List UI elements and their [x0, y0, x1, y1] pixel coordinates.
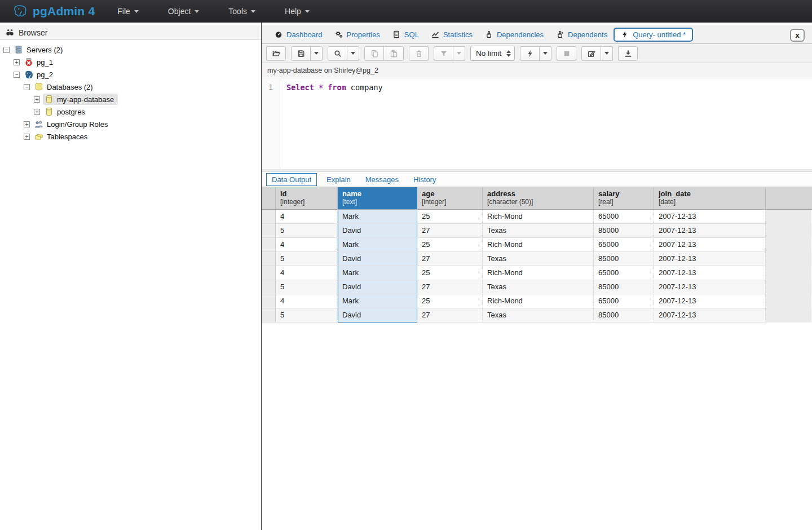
- cell-address[interactable]: Texas: [483, 252, 594, 266]
- cell-join_date[interactable]: 2007-12-13: [654, 224, 766, 238]
- cell-salary[interactable]: 85000: [594, 280, 654, 294]
- paste-button[interactable]: [384, 46, 404, 61]
- cell-address[interactable]: Texas: [483, 224, 594, 238]
- cell-address[interactable]: Rich-Mond: [483, 294, 594, 308]
- execute-button[interactable]: [520, 46, 540, 61]
- tree-item-my-app-database[interactable]: +my-app-database: [0, 93, 261, 105]
- cell-address[interactable]: Texas: [483, 280, 594, 294]
- expander-minus-icon[interactable]: −: [14, 72, 20, 78]
- cell-salary[interactable]: 85000: [594, 252, 654, 266]
- cell-salary[interactable]: 65000: [594, 238, 654, 252]
- tree-item-pg-1[interactable]: +pg_1: [0, 56, 261, 68]
- row-selector-cell[interactable]: [262, 238, 276, 252]
- cell-id[interactable]: 5: [276, 308, 338, 323]
- cell-salary[interactable]: 85000: [594, 308, 654, 323]
- tree-item-pg-2[interactable]: −pg_2: [0, 68, 261, 81]
- cell-name[interactable]: David: [338, 252, 417, 266]
- row-selector-cell[interactable]: [262, 252, 276, 266]
- tree-item-databases-2-[interactable]: −Databases (2): [0, 81, 261, 93]
- cell-id[interactable]: 4: [276, 294, 338, 308]
- cell-name[interactable]: Mark: [338, 294, 417, 308]
- download-button[interactable]: [618, 46, 638, 61]
- expander-plus-icon[interactable]: +: [24, 121, 30, 127]
- cell-age[interactable]: 25: [417, 210, 483, 224]
- cell-age[interactable]: 25: [417, 238, 483, 252]
- find-options-button[interactable]: [347, 46, 359, 61]
- cell-salary[interactable]: 65000: [594, 210, 654, 224]
- filter-button[interactable]: [434, 46, 453, 61]
- tree-node-content[interactable]: Databases (2): [33, 81, 97, 92]
- column-header-salary[interactable]: salary[real]: [594, 187, 654, 209]
- cell-address[interactable]: Rich-Mond: [483, 210, 594, 224]
- tab-dependents[interactable]: Dependents: [550, 28, 614, 41]
- sql-editor[interactable]: 1 Select * from company: [262, 78, 812, 170]
- menu-file[interactable]: File: [109, 0, 147, 23]
- output-tab-messages[interactable]: Messages: [358, 174, 406, 186]
- row-selector-cell[interactable]: [262, 294, 276, 308]
- cell-id[interactable]: 5: [276, 252, 338, 266]
- save-options-button[interactable]: [311, 46, 323, 61]
- cell-age[interactable]: 27: [417, 308, 483, 323]
- cell-address[interactable]: Texas: [483, 308, 594, 323]
- cell-join_date[interactable]: 2007-12-13: [654, 266, 766, 280]
- cell-age[interactable]: 25: [417, 294, 483, 308]
- row-selector-cell[interactable]: [262, 280, 276, 294]
- execute-options-button[interactable]: [540, 46, 551, 61]
- cell-join_date[interactable]: 2007-12-13: [654, 280, 766, 294]
- tree-node-content[interactable]: Servers (2): [12, 44, 67, 55]
- column-header-name[interactable]: name[text]: [338, 187, 417, 209]
- cell-salary[interactable]: 85000: [594, 224, 654, 238]
- row-selector-cell[interactable]: [262, 308, 276, 323]
- open-file-button[interactable]: [266, 46, 286, 61]
- cell-id[interactable]: 4: [276, 238, 338, 252]
- grid-corner-cell[interactable]: [262, 187, 276, 209]
- tree-node-content[interactable]: pg_2: [23, 69, 57, 80]
- cell-name[interactable]: Mark: [338, 238, 417, 252]
- cell-age[interactable]: 25: [417, 266, 483, 280]
- cell-name[interactable]: Mark: [338, 210, 417, 224]
- copy-button[interactable]: [364, 46, 384, 61]
- edit-button[interactable]: [581, 46, 601, 61]
- cell-salary[interactable]: 65000: [594, 294, 654, 308]
- tree-node-content[interactable]: pg_1: [23, 56, 57, 68]
- cell-name[interactable]: David: [338, 224, 417, 238]
- filter-options-button[interactable]: [453, 46, 465, 61]
- expander-minus-icon[interactable]: −: [24, 84, 30, 90]
- cell-join_date[interactable]: 2007-12-13: [654, 210, 766, 224]
- output-tab-explain[interactable]: Explain: [319, 174, 358, 186]
- tree-item-tablespaces[interactable]: +Tablespaces: [0, 130, 261, 143]
- save-button[interactable]: [291, 46, 311, 61]
- tree-item-servers-2-[interactable]: −Servers (2): [0, 43, 261, 56]
- tree-node-content[interactable]: Tablespaces: [33, 131, 91, 142]
- close-panel-button[interactable]: x: [790, 29, 805, 42]
- tree-item-postgres[interactable]: +postgres: [0, 105, 261, 118]
- menu-object[interactable]: Object: [160, 0, 207, 23]
- output-tab-data-output[interactable]: Data Output: [266, 173, 317, 186]
- cell-address[interactable]: Rich-Mond: [483, 266, 594, 280]
- tab-query-untitled[interactable]: Query- untitled *: [614, 28, 693, 42]
- expander-plus-icon[interactable]: +: [14, 59, 20, 65]
- cell-id[interactable]: 4: [276, 210, 338, 224]
- delete-button[interactable]: [409, 46, 429, 61]
- cell-address[interactable]: Rich-Mond: [483, 238, 594, 252]
- column-header-address[interactable]: address[character (50)]: [483, 187, 594, 209]
- tab-dependencies[interactable]: Dependencies: [479, 28, 550, 41]
- tree-node-content[interactable]: Login/Group Roles: [33, 118, 112, 130]
- tab-dashboard[interactable]: Dashboard: [268, 28, 329, 41]
- menu-help[interactable]: Help: [277, 0, 317, 23]
- expander-plus-icon[interactable]: +: [24, 134, 30, 140]
- cell-id[interactable]: 5: [276, 224, 338, 238]
- stop-button[interactable]: [557, 46, 576, 61]
- tree-item-login-group-roles[interactable]: +Login/Group Roles: [0, 118, 261, 130]
- find-button[interactable]: [328, 46, 347, 61]
- row-selector-cell[interactable]: [262, 266, 276, 280]
- cell-salary[interactable]: 65000: [594, 266, 654, 280]
- tree-node-content[interactable]: my-app-database: [43, 94, 118, 105]
- cell-id[interactable]: 5: [276, 280, 338, 294]
- column-header-join_date[interactable]: join_date[date]: [654, 187, 766, 209]
- edit-options-button[interactable]: [601, 46, 613, 61]
- cell-join_date[interactable]: 2007-12-13: [654, 294, 766, 308]
- cell-id[interactable]: 4: [276, 266, 338, 280]
- sql-code-area[interactable]: Select * from company: [280, 78, 812, 169]
- expander-plus-icon[interactable]: +: [34, 96, 40, 103]
